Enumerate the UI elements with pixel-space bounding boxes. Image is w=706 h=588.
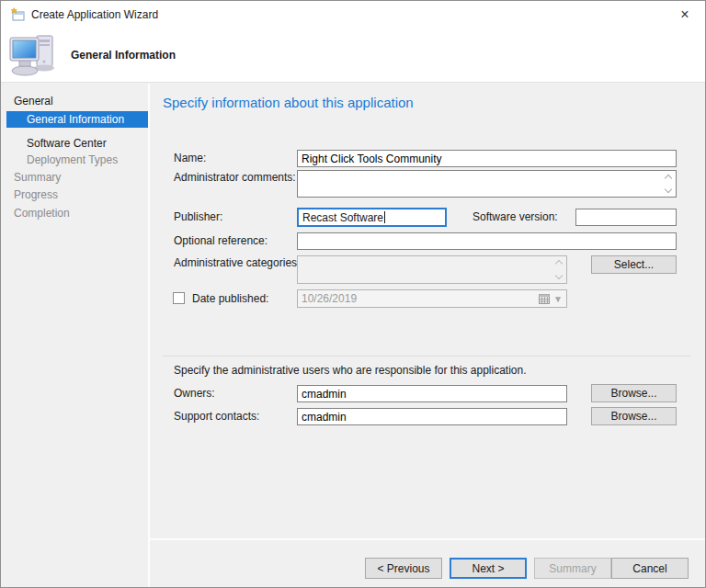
cancel-button[interactable]: Cancel [611,558,689,579]
support-contacts-input[interactable] [297,408,567,425]
scroll-down-icon [555,272,563,279]
sidebar-item-progress: Progress [14,188,58,201]
admin-categories-textarea [297,255,567,284]
admin-comments-textarea[interactable] [297,170,677,198]
close-icon[interactable]: × [665,1,705,28]
previous-button[interactable]: < Previous [365,558,442,579]
name-input[interactable] [297,150,677,167]
window-title: Create Application Wizard [31,1,158,28]
name-label: Name: [174,150,206,167]
create-application-wizard-window: Create Application Wizard × [0,0,706,588]
scroll-up-icon[interactable] [665,175,672,182]
date-published-value: 10/26/2019 [302,292,539,305]
sidebar-item-completion: Completion [14,207,70,220]
support-contacts-label: Support contacts: [174,408,259,425]
sidebar-item-summary: Summary [14,171,61,184]
wizard-page-title: General Information [71,28,176,82]
wizard-header: General Information [1,28,705,83]
publisher-label: Publisher: [174,208,222,227]
sidebar-item-software-center[interactable]: Software Center [27,137,107,150]
page-heading: Specify information about this applicati… [163,95,414,110]
title-bar: Create Application Wizard × [1,1,705,28]
calendar-icon [539,293,551,304]
publisher-value: Recast Software [302,211,383,224]
admin-comments-label: Administrator comments: [174,171,296,184]
sidebar-item-general[interactable]: General [14,95,53,107]
date-published-picker: 10/26/2019 ▼ [297,289,567,308]
owners-label: Owners: [174,385,215,402]
date-published-label: Date published: [192,289,268,308]
sidebar-item-general-information[interactable]: General Information [6,111,148,128]
sidebar-item-deployment-types: Deployment Types [27,153,118,166]
scroll-up-icon [555,260,563,267]
wizard-window-icon [10,7,25,22]
footer-separator [150,538,705,540]
admin-users-text: Specify the administrative users who are… [174,364,527,377]
date-published-checkbox[interactable] [173,292,185,304]
section-divider [163,356,690,356]
software-version-input[interactable] [575,209,677,226]
select-categories-button[interactable]: Select... [591,255,677,274]
sidebar-separator [148,84,150,587]
optional-reference-input[interactable] [297,232,677,250]
optional-reference-label: Optional reference: [174,232,268,250]
summary-button: Summary [534,558,611,579]
admin-categories-label: Administrative categories: [174,256,300,269]
text-caret [384,211,385,223]
next-button[interactable]: Next > [450,558,527,579]
software-version-label: Software version: [473,208,558,227]
browse-owners-button[interactable]: Browse... [591,384,677,402]
publisher-input[interactable]: Recast Software [297,208,447,227]
browse-support-contacts-button[interactable]: Browse... [591,407,677,425]
computer-icon [8,34,60,80]
dropdown-arrow-icon: ▼ [553,294,563,304]
owners-input[interactable] [297,385,567,402]
scroll-down-icon[interactable] [665,186,672,193]
